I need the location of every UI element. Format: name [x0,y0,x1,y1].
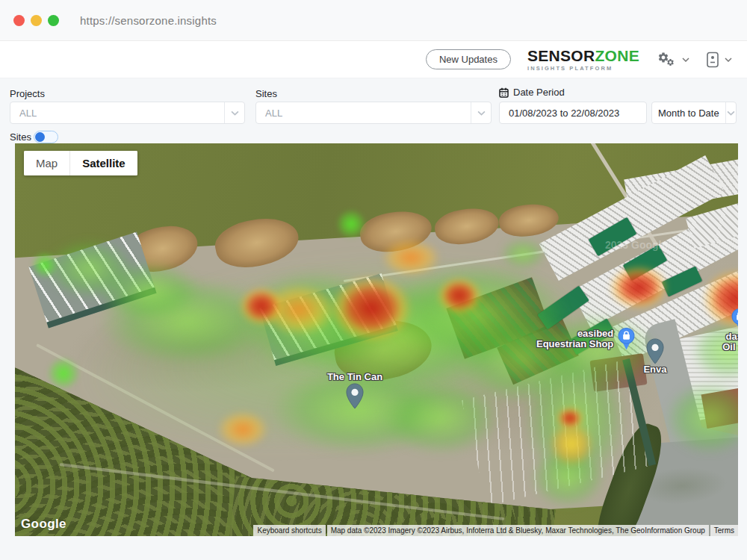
traffic-light-close-icon[interactable] [13,15,25,26]
satellite-view-button[interactable]: Satellite [70,151,137,175]
sensorzone-app: https://sensorzone.insights New Updates … [0,0,747,560]
keyboard-shortcuts-link[interactable]: Keyboard shortcuts [253,525,325,536]
marker-label: Equestrian Shop [536,339,613,349]
traffic-light-zoom-icon[interactable] [48,15,59,26]
logo-subtitle: INSIGHTS PLATFORM [527,66,639,72]
shopping-pin-icon[interactable] [617,327,636,351]
marker-label: dasila [726,332,738,342]
calendar-icon [499,87,509,98]
logo-zone: ZONE [595,47,639,64]
marker-enva: Enva [639,338,672,375]
sites-filter-label: Sites [255,88,277,99]
marker-label: easibed [577,329,613,339]
marker-oil-store: dasila Oil stor [710,308,738,352]
marker-easibed: easibed Equestrian Shop [536,327,636,351]
date-preset-select[interactable]: Month to Date [651,102,737,124]
chevron-down-icon [682,57,689,62]
account-menu[interactable] [706,52,732,68]
projects-value: ALL [10,108,224,119]
projects-select[interactable]: ALL [10,102,245,124]
browser-bar: https://sensorzone.insights [0,0,747,41]
sites-select[interactable]: ALL [255,102,492,124]
sites-value: ALL [256,108,471,119]
chevron-down-icon [471,102,491,123]
traffic-light-minimize-icon[interactable] [31,15,42,26]
badge-icon [706,52,719,68]
date-range-input[interactable]: 01/08/2023 to 22/08/2023 [499,102,647,124]
sensorzone-logo: SENSORZONE INSIGHTS PLATFORM [527,48,639,72]
chevron-down-icon [224,102,244,123]
logo-sensor: SENSOR [527,47,595,64]
map-attribution: Keyboard shortcuts Map data ©2023 Imager… [253,525,738,536]
projects-label: Projects [10,88,45,99]
app-header: New Updates SENSORZONE INSIGHTS PLATFORM [0,41,747,78]
map-type-control: Map Satellite [24,151,137,175]
date-period-label: Date Period [499,87,565,98]
tile-watermark: 2023 Google [605,239,667,251]
map-view-button[interactable]: Map [24,151,69,175]
marker-the-tin-can: The Tin Can [310,372,400,409]
place-pin-icon[interactable] [646,338,664,364]
map-data-text: Map data ©2023 Imagery ©2023 Airbus, Inf… [327,525,709,536]
settings-menu[interactable] [657,52,689,68]
marker-label: Enva [643,364,666,375]
marker-label: Oil stor [722,342,738,352]
toggle-knob [35,132,45,142]
place-pin-icon[interactable] [346,383,364,409]
date-range-value: 01/08/2023 to 22/08/2023 [500,108,646,119]
new-updates-button[interactable]: New Updates [426,49,511,69]
date-preset-value: Month to Date [652,108,725,119]
gears-icon [657,52,677,68]
google-logo[interactable]: Google [21,517,66,532]
map-canvas[interactable]: Map Satellite The Tin Can easibed Equest… [15,143,738,536]
terms-link[interactable]: Terms [710,525,738,536]
chevron-down-icon [725,57,732,62]
shopping-pin-icon[interactable] [731,308,739,332]
sites-toggle-label: Sites [10,131,31,143]
sites-toggle-switch[interactable] [34,131,58,143]
address-url[interactable]: https://sensorzone.insights [80,14,217,27]
chevron-down-icon [725,102,736,123]
marker-label: The Tin Can [327,372,382,382]
